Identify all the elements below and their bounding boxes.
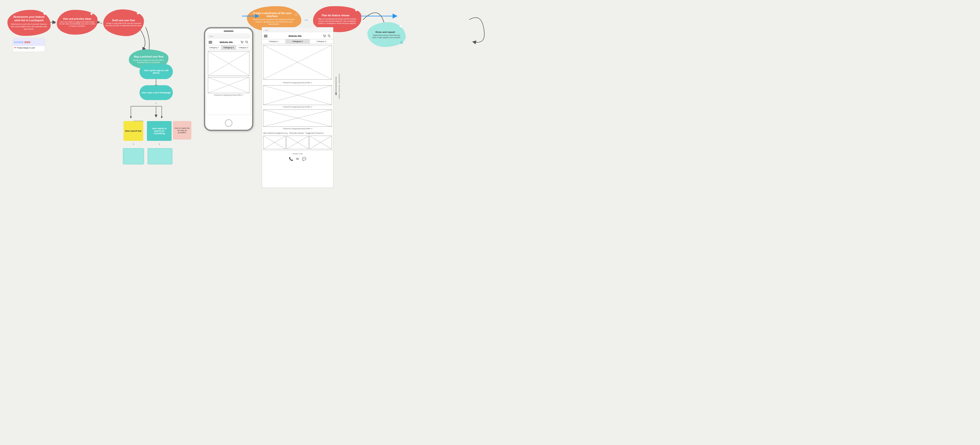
- phone-categories: Category 1 Category 2 Category 3: [207, 45, 251, 50]
- step1-thumbnail: ✱ Product design in Lucid: [13, 38, 45, 52]
- phone-footer-icon: 📞: [289, 157, 293, 161]
- scroll-label: Customer Scrolls down: [338, 73, 340, 99]
- svg-point-25: [328, 35, 330, 37]
- flow-sees-homepage-label: User sees a nice homepage: [142, 91, 170, 94]
- email-footer-icon: ✉: [296, 157, 299, 161]
- desktop-footer-icons: 📞 ✉ 💬: [263, 157, 332, 161]
- desktop-featured-3-image: [263, 110, 332, 127]
- step3-asterisk: ✱: [137, 11, 140, 15]
- desktop-url-text: URL: [265, 29, 269, 31]
- step2-desc: Use a 2x2 matrix to organize the ideas b…: [57, 21, 97, 27]
- phone-home-button[interactable]: [225, 120, 232, 127]
- desktop-featured-3-caption: Featured category/product/offer 3: [263, 127, 332, 131]
- desktop-categories: Category 1 Category 2 Category 3: [262, 39, 333, 44]
- svg-point-15: [242, 43, 242, 43]
- desktop-featured-1-caption: Featured category/product/offer 1: [262, 81, 333, 85]
- desktop-url-bar: URL: [263, 29, 332, 32]
- svg-line-18: [247, 43, 248, 43]
- flow-how-to-label: How to make this as easy as possible?: [174, 127, 190, 134]
- step6-title: Plan the feature release: [320, 14, 354, 17]
- step1-blob: ✱ Brainstorm your feature wish-list in L…: [7, 10, 51, 36]
- step3-title: Draft new user flow: [110, 19, 137, 22]
- flow-new-search-bar: New search bar: [124, 121, 143, 141]
- flow-opens-app-label: User opens app on cell phone: [142, 69, 171, 74]
- phone-hero-image: [208, 51, 250, 76]
- desktop-nav: Website title: [262, 33, 333, 39]
- desktop-cat-3[interactable]: Category 3: [310, 39, 333, 43]
- flow-needs-search-label: User needs to search for something: [148, 127, 170, 135]
- flow-how-to: How to make this as easy as possible?: [173, 121, 191, 140]
- flow-needs-search: User needs to search for something: [147, 121, 172, 141]
- desktop-cat-1[interactable]: Category 1: [262, 39, 286, 43]
- phone-product-image: [208, 77, 250, 93]
- flow-branch-svg: [126, 104, 168, 124]
- step1-thumbnail-label: Product design in Lucid: [17, 47, 35, 49]
- step7-blob: ✱ Rinse and repeat! Repeat this exercise…: [368, 22, 406, 47]
- flow-sees-homepage: User sees a nice homepage: [140, 85, 173, 100]
- svg-point-17: [246, 41, 247, 43]
- flow-arrow-4: ↓: [159, 142, 160, 145]
- phone-featured-caption: Featured category/product/offer 1: [208, 93, 250, 97]
- desktop-cart-icon: [323, 34, 326, 38]
- step1-title: Brainstorm your feature wish-list in Luc…: [7, 15, 51, 22]
- desktop-featured-2-image: [263, 85, 332, 105]
- flow-arrow-1: ↓: [155, 80, 157, 83]
- search-icon[interactable]: [245, 40, 249, 44]
- step1-desc: Brainstorm a wish-list of product featur…: [7, 23, 51, 30]
- desktop-search-icon[interactable]: [328, 34, 331, 38]
- chat-footer-icon: 💬: [302, 157, 306, 161]
- desktop-small-image-1: [263, 136, 286, 149]
- phone-website-title: Website title: [220, 41, 233, 43]
- arrow-1-2: →: [51, 20, 56, 26]
- flow-empty2: [148, 148, 172, 164]
- svg-point-23: [324, 37, 325, 37]
- desktop-website-title: Website title: [289, 35, 302, 37]
- desktop-hero-image: [263, 45, 332, 80]
- step2-asterisk: ✱: [90, 12, 93, 16]
- flow-arrow-3: ↓: [133, 142, 134, 145]
- step4-sub-desc: Model your improved user flow with a flo…: [132, 59, 165, 64]
- arrow-5-6: →: [303, 17, 309, 23]
- phone-cat-1[interactable]: Category 1: [207, 45, 221, 49]
- scroll-indicator: Customer Scrolls down: [335, 62, 340, 111]
- desktop-cat-2[interactable]: Category 2: [286, 39, 309, 43]
- step7-title: Rinse and repeat!: [374, 30, 400, 33]
- phone-nav-icons: [240, 40, 249, 44]
- desktop-small-image-2: [286, 136, 309, 149]
- desktop-more-featured: More featured categories (e.g., "Recentl…: [262, 131, 333, 135]
- hamburger-icon[interactable]: [208, 41, 212, 43]
- step1-asterisk: ✱: [43, 12, 46, 16]
- svg-point-24: [325, 37, 325, 37]
- scroll-arrow-icon: [335, 77, 337, 96]
- cart-icon: [240, 40, 244, 44]
- flow-opens-app: User opens app on cell phone: [140, 64, 173, 79]
- svg-line-26: [329, 36, 331, 37]
- desktop-featured-2-caption: Featured category/product/offer 2: [263, 105, 332, 109]
- phone-nav: Website title: [207, 39, 251, 45]
- desktop-small-image-3: [309, 136, 332, 149]
- flow-new-search-bar-label: New search bar: [125, 130, 142, 132]
- desktop-hamburger-icon[interactable]: [264, 35, 267, 37]
- step7-desc: Repeat this exercise each time you have …: [371, 34, 403, 38]
- arrow-2-3: →: [98, 20, 103, 26]
- main-canvas: ✱ Brainstorm your feature wish-list in L…: [0, 0, 980, 445]
- step4-sub-title: Map a polished user flow: [134, 55, 164, 58]
- step6-desc: Map out everything that will go into the…: [316, 18, 358, 24]
- arrow-4-phone: [245, 14, 259, 19]
- desktop-wireframe-container: URL Website title Category 1: [262, 27, 333, 188]
- desktop-small-images-row: [263, 136, 332, 149]
- phone-url-bar: URL: [208, 35, 250, 38]
- desktop-footer-cta: Footer CTA: [263, 152, 332, 156]
- flow-empty1: [123, 148, 144, 164]
- phone-cat-2[interactable]: Category 2: [221, 45, 236, 49]
- phone-url-text: URL: [209, 35, 213, 38]
- desktop-footer: Footer CTA 📞 ✉ 💬: [262, 150, 333, 162]
- phone-cat-3[interactable]: Category 3: [236, 45, 251, 49]
- step2-blob: ✱ Vote and prioritize ideas Use a 2x2 ma…: [57, 10, 97, 35]
- desktop-nav-icons: [323, 34, 331, 38]
- phone-wireframe-container: URL Website title: [204, 27, 253, 131]
- step2-title: Vote and prioritize ideas: [60, 17, 94, 21]
- svg-point-16: [242, 43, 243, 43]
- step5-desc: Model the user experience by creating a …: [251, 18, 298, 26]
